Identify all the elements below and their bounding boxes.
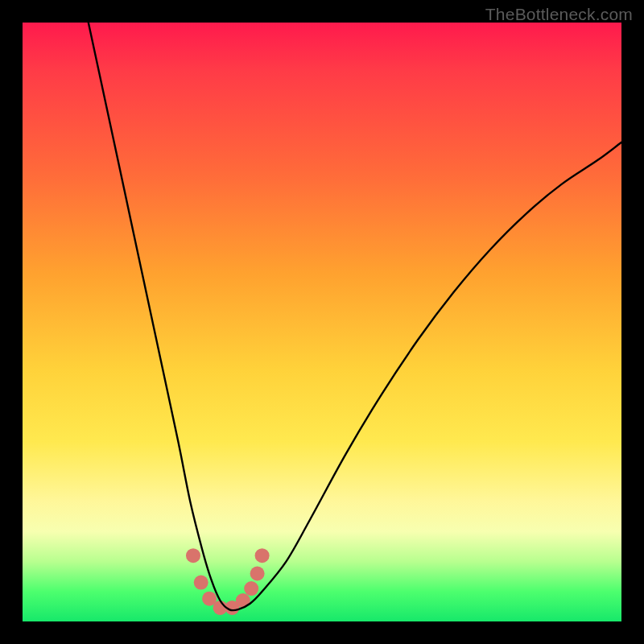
trough-marker <box>244 581 258 596</box>
chart-frame: TheBottleneck.com <box>0 0 644 644</box>
trough-marker <box>186 548 200 563</box>
plot-area <box>23 23 621 621</box>
trough-marker <box>255 548 270 563</box>
watermark-text: TheBottleneck.com <box>485 5 633 24</box>
trough-marker-group <box>186 548 270 615</box>
bottleneck-curve <box>89 23 621 610</box>
trough-marker <box>194 576 208 590</box>
trough-marker <box>250 567 265 581</box>
curve-layer <box>23 23 621 621</box>
